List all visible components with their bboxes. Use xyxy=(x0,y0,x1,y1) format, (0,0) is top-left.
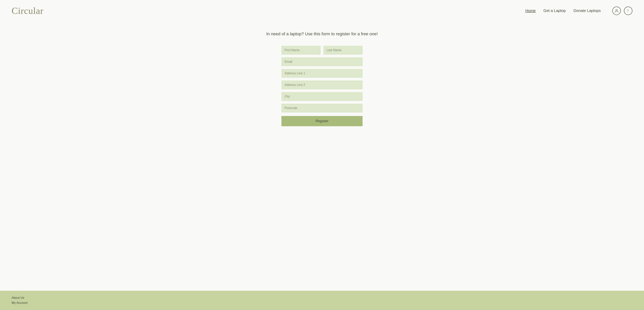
address-line1-input[interactable] xyxy=(282,69,362,78)
nav-donate-laptops[interactable]: Donate Laptops xyxy=(574,8,601,13)
footer-about-us[interactable]: About Us xyxy=(12,296,632,300)
address-line2-input[interactable] xyxy=(282,80,362,89)
first-name-input[interactable] xyxy=(282,46,321,55)
svg-point-0 xyxy=(616,9,617,11)
user-icon[interactable] xyxy=(612,6,621,15)
email-input[interactable] xyxy=(282,57,362,66)
city-input[interactable] xyxy=(282,92,362,101)
site-header: Circular Home Get a Laptop Donate Laptop… xyxy=(0,0,644,20)
footer-my-account[interactable]: My Account xyxy=(12,301,632,305)
svg-text:?: ? xyxy=(627,9,628,12)
nav-icons: ? xyxy=(612,6,632,15)
register-button[interactable]: Register xyxy=(282,116,362,126)
help-icon[interactable]: ? xyxy=(624,6,632,15)
name-row xyxy=(282,46,362,55)
page-tagline: In need of a laptop? Use this form to re… xyxy=(266,31,378,36)
last-name-input[interactable] xyxy=(323,46,362,55)
postcode-input[interactable] xyxy=(282,104,362,112)
nav-get-laptop[interactable]: Get a Laptop xyxy=(543,8,566,13)
main-content: In need of a laptop? Use this form to re… xyxy=(0,20,644,291)
main-nav: Home Get a Laptop Donate Laptops ? xyxy=(526,6,632,15)
nav-home[interactable]: Home xyxy=(526,8,536,13)
site-footer: About Us My Account xyxy=(0,291,644,310)
registration-form: Register xyxy=(282,46,362,126)
site-logo: Circular xyxy=(12,5,44,16)
